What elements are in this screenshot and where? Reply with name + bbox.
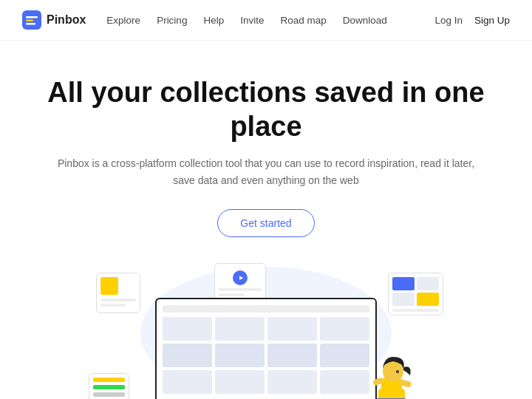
nav-help[interactable]: Help xyxy=(203,15,224,26)
screen-card-3 xyxy=(267,317,317,341)
screen-card-10 xyxy=(215,370,265,394)
float-card-right xyxy=(388,273,443,316)
svg-point-11 xyxy=(383,361,403,382)
deco-line2 xyxy=(219,293,245,296)
nav-explore[interactable]: Explore xyxy=(106,15,140,26)
nav-download[interactable]: Download xyxy=(343,15,387,26)
bar1 xyxy=(93,378,125,382)
login-link[interactable]: Log In xyxy=(434,15,463,26)
logo[interactable]: Pinbox xyxy=(22,10,86,30)
svg-rect-3 xyxy=(26,23,35,25)
signup-link[interactable]: Sign Up xyxy=(474,15,510,26)
nav-left: Pinbox Explore Pricing Help Invite Road … xyxy=(22,10,387,30)
screen-card-6 xyxy=(215,344,265,367)
hero-subtitle: Pinbox is a cross-platform collection to… xyxy=(52,155,480,188)
nav-invite[interactable]: Invite xyxy=(240,15,264,26)
illustration-area xyxy=(74,259,458,399)
bar2 xyxy=(93,385,125,389)
screen-card-1 xyxy=(163,317,212,341)
bar3 xyxy=(93,392,125,397)
play-icon xyxy=(233,270,248,285)
screen-topbar xyxy=(163,305,369,313)
hero-title: All your collections saved in one place xyxy=(37,76,495,143)
nav-right: Log In Sign Up xyxy=(434,15,510,26)
screen-card-9 xyxy=(163,370,212,394)
nav-roadmap[interactable]: Road map xyxy=(280,15,326,26)
screen-card-5 xyxy=(163,344,212,367)
nav-links: Explore Pricing Help Invite Road map Dow… xyxy=(106,15,386,26)
screen-grid xyxy=(163,317,369,394)
person-illustration xyxy=(362,335,429,399)
screen-card-2 xyxy=(215,317,265,341)
svg-point-12 xyxy=(396,370,399,373)
logo-text: Pinbox xyxy=(47,13,86,27)
laptop-screen xyxy=(155,298,377,399)
laptop xyxy=(155,298,377,399)
screen-card-7 xyxy=(267,344,317,367)
deco-line xyxy=(219,288,262,291)
screen-card-11 xyxy=(267,370,317,394)
svg-rect-2 xyxy=(26,20,33,22)
deco-line5 xyxy=(392,309,439,312)
float-card-left-top xyxy=(96,273,140,313)
hero-section: All your collections saved in one place … xyxy=(0,41,532,237)
deco-line3 xyxy=(100,299,136,301)
get-started-button[interactable]: Get started xyxy=(217,209,314,237)
svg-rect-1 xyxy=(26,16,38,18)
float-card-left-bottom xyxy=(89,373,129,399)
deco-line4 xyxy=(100,304,126,307)
nav-pricing[interactable]: Pricing xyxy=(157,15,187,26)
navbar: Pinbox Explore Pricing Help Invite Road … xyxy=(0,0,532,41)
